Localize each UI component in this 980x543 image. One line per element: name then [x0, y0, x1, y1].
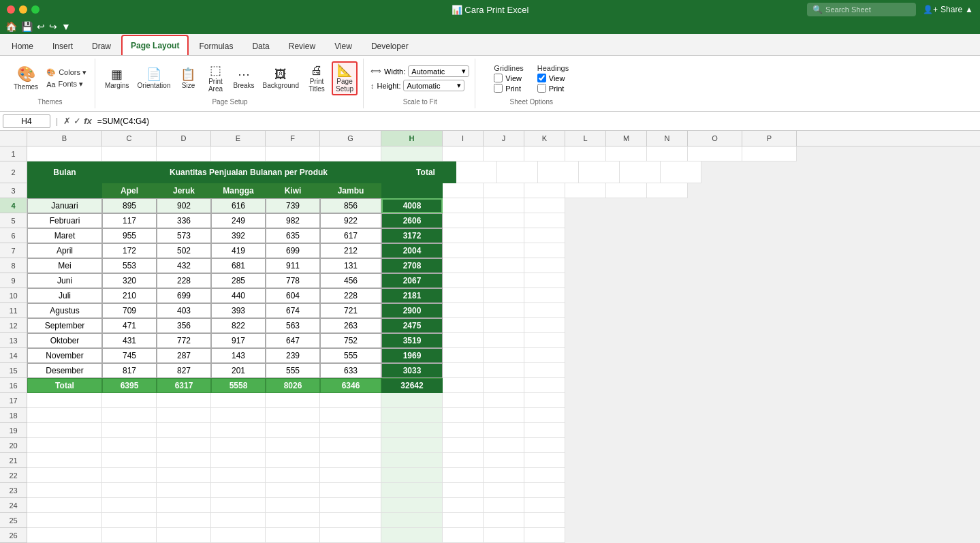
- cell-i8[interactable]: [443, 258, 484, 273]
- cell-i2[interactable]: [456, 161, 497, 183]
- cell-g23[interactable]: [320, 483, 381, 498]
- cell-e6[interactable]: 392: [211, 228, 266, 243]
- cell-k10[interactable]: [524, 288, 565, 303]
- breaks-button[interactable]: ⋯ Breaks: [230, 67, 257, 91]
- cell-g9[interactable]: 456: [320, 273, 381, 288]
- cell-h22[interactable]: [381, 468, 443, 483]
- cell-g22[interactable]: [320, 468, 381, 483]
- cell-k15[interactable]: [524, 363, 565, 378]
- cell-c16[interactable]: 6395: [102, 378, 157, 393]
- cell-g18[interactable]: [320, 408, 381, 423]
- cell-c8[interactable]: 553: [102, 258, 157, 273]
- cell-g1[interactable]: [320, 146, 381, 161]
- cell-d4[interactable]: 902: [157, 198, 211, 213]
- cell-k26[interactable]: [524, 528, 565, 543]
- cell-i21[interactable]: [443, 453, 484, 468]
- col-header-m[interactable]: M: [606, 131, 647, 146]
- cell-j1[interactable]: [484, 146, 524, 161]
- cell-b15[interactable]: Desember: [27, 363, 102, 378]
- cell-e13[interactable]: 917: [211, 333, 266, 348]
- cell-d16[interactable]: 6317: [157, 378, 211, 393]
- cell-h4[interactable]: 4008: [381, 198, 443, 213]
- cell-d23[interactable]: [157, 483, 211, 498]
- cell-c14[interactable]: 745: [102, 348, 157, 363]
- cell-i5[interactable]: [443, 213, 484, 228]
- cell-k20[interactable]: [524, 438, 565, 453]
- cell-i10[interactable]: [443, 288, 484, 303]
- cell-b1[interactable]: [27, 146, 102, 161]
- row-num-4[interactable]: 4: [0, 198, 27, 213]
- cell-j18[interactable]: [484, 408, 524, 423]
- cell-c4[interactable]: 895: [102, 198, 157, 213]
- cell-l3[interactable]: [565, 183, 606, 198]
- cell-f17[interactable]: [266, 393, 320, 408]
- cell-c7[interactable]: 172: [102, 243, 157, 258]
- row-num-5[interactable]: 5: [0, 213, 27, 228]
- cell-f13[interactable]: 647: [266, 333, 320, 348]
- cell-j3[interactable]: [484, 183, 524, 198]
- row-num-20[interactable]: 20: [0, 438, 27, 453]
- cell-k3[interactable]: [524, 183, 565, 198]
- cell-g7[interactable]: 212: [320, 243, 381, 258]
- row-num-6[interactable]: 6: [0, 228, 27, 243]
- cell-d13[interactable]: 772: [157, 333, 211, 348]
- tab-formulas[interactable]: Formulas: [190, 36, 242, 55]
- cell-h17[interactable]: [381, 393, 443, 408]
- headings-view-checkbox[interactable]: [537, 74, 546, 82]
- col-header-n[interactable]: N: [647, 131, 688, 146]
- cell-c15[interactable]: 817: [102, 363, 157, 378]
- cell-f20[interactable]: [266, 438, 320, 453]
- colors-button[interactable]: 🎨 Colors ▾: [44, 67, 89, 78]
- cell-c19[interactable]: [102, 423, 157, 438]
- cell-j13[interactable]: [484, 333, 524, 348]
- cell-f14[interactable]: 239: [266, 348, 320, 363]
- cell-b17[interactable]: [27, 393, 102, 408]
- col-header-l[interactable]: L: [565, 131, 606, 146]
- margins-button[interactable]: ▦ Margins: [102, 67, 132, 91]
- cell-f6[interactable]: 635: [266, 228, 320, 243]
- cell-d22[interactable]: [157, 468, 211, 483]
- height-dropdown[interactable]: Automatic ▾: [403, 80, 464, 91]
- cell-f16[interactable]: 8026: [266, 378, 320, 393]
- cell-f15[interactable]: 555: [266, 363, 320, 378]
- cell-n1[interactable]: [647, 146, 688, 161]
- cell-k13[interactable]: [524, 333, 565, 348]
- row-num-24[interactable]: 24: [0, 498, 27, 513]
- cell-d20[interactable]: [157, 438, 211, 453]
- tab-developer[interactable]: Developer: [362, 36, 417, 55]
- cell-h2-total-header[interactable]: Total: [395, 161, 456, 183]
- cell-f18[interactable]: [266, 408, 320, 423]
- cell-g3-jambu[interactable]: Jambu: [320, 183, 381, 198]
- cell-e22[interactable]: [211, 468, 266, 483]
- col-header-p[interactable]: P: [742, 131, 797, 146]
- cell-d10[interactable]: 699: [157, 288, 211, 303]
- cell-c5[interactable]: 117: [102, 213, 157, 228]
- cell-i14[interactable]: [443, 348, 484, 363]
- cell-f1[interactable]: [266, 146, 320, 161]
- cell-e4[interactable]: 616: [211, 198, 266, 213]
- cell-b3[interactable]: [27, 183, 102, 198]
- cell-b22[interactable]: [27, 468, 102, 483]
- cell-c13[interactable]: 431: [102, 333, 157, 348]
- cell-i19[interactable]: [443, 423, 484, 438]
- cell-g12[interactable]: 263: [320, 318, 381, 333]
- cell-b7[interactable]: April: [27, 243, 102, 258]
- fonts-button[interactable]: Aa Fonts ▾: [44, 79, 89, 89]
- cell-d17[interactable]: [157, 393, 211, 408]
- cell-c25[interactable]: [102, 513, 157, 528]
- cell-c22[interactable]: [102, 468, 157, 483]
- cell-reference-box[interactable]: H4: [3, 114, 50, 128]
- row-num-14[interactable]: 14: [0, 348, 27, 363]
- cell-b16-total[interactable]: Total: [27, 378, 102, 393]
- cell-i15[interactable]: [443, 363, 484, 378]
- row-num-8[interactable]: 8: [0, 258, 27, 273]
- cell-e8[interactable]: 681: [211, 258, 266, 273]
- cell-b23[interactable]: [27, 483, 102, 498]
- cell-j7[interactable]: [484, 243, 524, 258]
- cell-h6[interactable]: 3172: [381, 228, 443, 243]
- cell-e10[interactable]: 440: [211, 288, 266, 303]
- cell-j17[interactable]: [484, 393, 524, 408]
- cell-h3[interactable]: [381, 183, 443, 198]
- cell-h10[interactable]: 2181: [381, 288, 443, 303]
- cell-f23[interactable]: [266, 483, 320, 498]
